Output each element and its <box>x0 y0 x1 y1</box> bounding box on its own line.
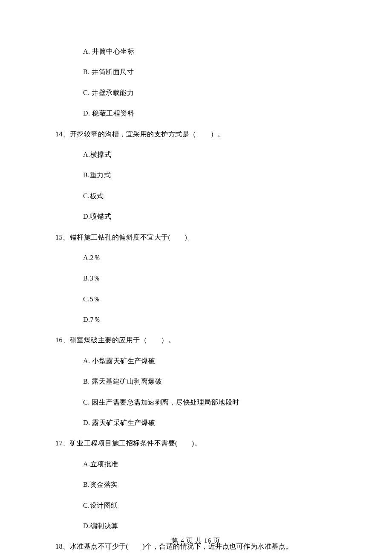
question-15: 15、锚杆施工钻孔的偏斜度不宜大于( )。 <box>0 233 392 242</box>
question-15-option: C.5％ <box>0 295 392 304</box>
question-16: 16、硐室爆破主要的应用于（ ）。 <box>0 335 392 345</box>
question-14-option: B.重力式 <box>0 171 392 180</box>
question-15-option: D.7％ <box>0 315 392 324</box>
question-14: 14、开挖较窄的沟槽，宜采用的支护方式是（ ）。 <box>0 130 392 139</box>
question-17: 17、矿业工程项目施工招标条件不需要( )。 <box>0 439 392 448</box>
question-text: 矿业工程项目施工招标条件不需要( )。 <box>70 439 202 447</box>
question-text: 开挖较窄的沟槽，宜采用的支护方式是（ ）。 <box>70 130 225 138</box>
question-15-option: A.2％ <box>0 253 392 263</box>
question-number: 17、 <box>55 439 70 447</box>
question-14-option: C.板式 <box>0 191 392 201</box>
question-16-option: B. 露天基建矿山剥离爆破 <box>0 377 392 386</box>
question-17-option: D.编制决算 <box>0 521 392 531</box>
question-17-option: A.立项批准 <box>0 460 392 469</box>
question-14-option: D.喷锚式 <box>0 212 392 221</box>
question-17-option: B.资金落实 <box>0 480 392 489</box>
pre-option: D. 稳蔽工程资料 <box>0 109 392 118</box>
question-number: 16、 <box>55 336 70 344</box>
question-15-option: B.3％ <box>0 274 392 283</box>
document-page: A. 井筒中心坐标 B. 井筒断面尺寸 C. 井壁承载能力 D. 稳蔽工程资料 … <box>0 0 392 552</box>
question-14-option: A.横撑式 <box>0 150 392 159</box>
question-16-option: D. 露天矿采矿生产爆破 <box>0 418 392 428</box>
question-number: 15、 <box>55 234 70 241</box>
pre-option: B. 井筒断面尺寸 <box>0 67 392 77</box>
question-text: 硐室爆破主要的应用于（ ）。 <box>70 336 176 344</box>
question-16-option: C. 因生产需要急需加速剥离，尽快处理局部地段时 <box>0 398 392 407</box>
question-16-option: A. 小型露天矿生产爆破 <box>0 356 392 366</box>
pre-option: A. 井筒中心坐标 <box>0 47 392 56</box>
pre-option: C. 井壁承载能力 <box>0 88 392 98</box>
question-17-option: C.设计图纸 <box>0 501 392 510</box>
question-text: 锚杆施工钻孔的偏斜度不宜大于( )。 <box>70 234 194 241</box>
page-footer: 第 4 页 共 16 页 <box>0 537 392 545</box>
question-number: 14、 <box>55 130 70 138</box>
